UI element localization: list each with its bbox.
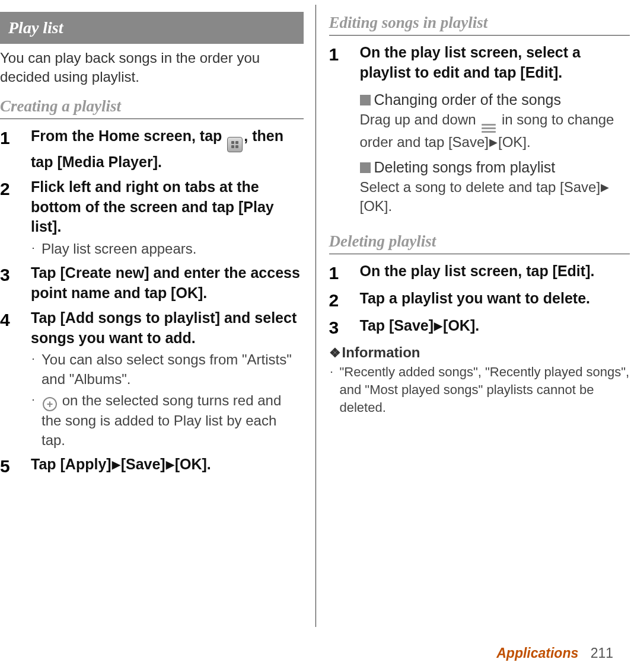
step-4: 4 Tap [Add songs to playlist] and select… — [0, 308, 304, 450]
bullet-dot-icon: ･ — [31, 391, 42, 450]
sub-body-text: [OK]. — [360, 198, 393, 214]
step-title: Tap [Add songs to playlist] and select s… — [31, 308, 304, 348]
step-title-part: [OK]. — [175, 456, 211, 472]
info-heading: ❖Information — [329, 343, 630, 362]
bullet-text: You can also select songs from "Artists"… — [42, 350, 304, 389]
step-title: Tap [Create new] and enter the access po… — [31, 263, 304, 303]
section-title-playlist: Play list — [0, 12, 304, 44]
subsection-body: Select a song to delete and tap [Save]▶[… — [360, 178, 630, 216]
drag-handles-icon — [482, 124, 496, 133]
step-title: Tap a playlist you want to delete. — [360, 289, 630, 309]
triangle-icon: ▶ — [489, 135, 498, 149]
bullet-item: ･ Play list screen appears. — [31, 239, 304, 258]
step-title: On the play list screen, select a playli… — [360, 43, 630, 83]
diamond-icon: ❖ — [329, 344, 341, 362]
subsection-body: Drag up and down in song to change order… — [360, 110, 630, 152]
deleting-step-1: 1 On the play list screen, tap [Edit]. — [329, 261, 630, 284]
step-2: 2 Flick left and right on tabs at the bo… — [0, 177, 304, 259]
bullet-dot-icon: ･ — [31, 350, 42, 389]
square-bullet-icon — [360, 95, 371, 105]
bullet-dot-icon: ･ — [31, 239, 42, 258]
bullet-item: ･ You can also select songs from "Artist… — [31, 350, 304, 389]
triangle-icon: ▶ — [434, 319, 442, 333]
step-title: On the play list screen, tap [Edit]. — [360, 261, 630, 281]
step-number: 2 — [329, 289, 360, 311]
step-title-part: [Save] — [121, 456, 165, 472]
step-5: 5 Tap [Apply]▶[Save]▶[OK]. — [0, 455, 304, 477]
sub-body-text: Select a song to delete and tap [Save] — [360, 179, 601, 195]
subsection-heading: Changing order of the songs — [360, 90, 630, 110]
subsection-heading: Deleting songs from playlist — [360, 158, 630, 178]
step-title: Flick left and right on tabs at the bott… — [31, 177, 304, 237]
step-title: Tap [Save]▶[OK]. — [360, 316, 630, 336]
page-footer: Applications 211 — [496, 644, 613, 663]
bullet-item: ･ + on the selected song turns red and t… — [31, 391, 304, 450]
deleting-step-2: 2 Tap a playlist you want to delete. — [329, 289, 630, 311]
intro-text: You can play back songs in the order you… — [0, 49, 304, 87]
subheading-deleting: Deleting playlist — [329, 231, 630, 254]
step-title: Tap [Apply]▶[Save]▶[OK]. — [31, 455, 304, 475]
bullet-text-content: on the selected song turns red and the s… — [42, 392, 281, 447]
step-title-part: Tap [Apply] — [31, 456, 111, 472]
bullet-dot-icon: ･ — [329, 363, 340, 416]
step-number: 4 — [0, 308, 31, 450]
step-number: 3 — [329, 316, 360, 338]
subheading-editing: Editing songs in playlist — [329, 12, 630, 36]
bullet-text: + on the selected song turns red and the… — [42, 391, 304, 450]
subsection-heading-text: Deleting songs from playlist — [374, 159, 556, 175]
step-number: 1 — [329, 261, 360, 284]
footer-section-label: Applications — [496, 645, 578, 661]
triangle-icon: ▶ — [112, 457, 120, 472]
step-title: From the Home screen, tap , then tap [Me… — [31, 126, 304, 172]
info-bullet-text: "Recently added songs", "Recently played… — [340, 363, 630, 416]
circle-plus-icon: + — [43, 397, 57, 411]
sub-body-text: [OK]. — [498, 134, 531, 150]
apps-grid-icon — [227, 137, 243, 152]
step-number: 1 — [0, 126, 31, 172]
info-bullet: ･ "Recently added songs", "Recently play… — [329, 363, 630, 416]
bullet-text: Play list screen appears. — [42, 239, 304, 258]
step-number: 2 — [0, 177, 31, 259]
deleting-step-3: 3 Tap [Save]▶[OK]. — [329, 316, 630, 338]
square-bullet-icon — [360, 162, 371, 173]
step-title-part: [OK]. — [443, 317, 479, 334]
step-title-text-a: From the Home screen, tap — [31, 127, 226, 144]
step-title-part: Tap [Save] — [360, 317, 434, 334]
info-heading-text: Information — [342, 344, 420, 360]
sub-body-text: Drag up and down — [360, 111, 480, 127]
step-3: 3 Tap [Create new] and enter the access … — [0, 263, 304, 303]
left-column: Play list You can play back songs in the… — [0, 0, 316, 628]
step-number: 3 — [0, 263, 31, 303]
footer-page-number: 211 — [591, 645, 613, 661]
editing-step-1: 1 On the play list screen, select a play… — [329, 43, 630, 222]
right-column: Editing songs in playlist 1 On the play … — [316, 0, 632, 628]
step-1: 1 From the Home screen, tap , then tap [… — [0, 126, 304, 172]
subheading-creating: Creating a playlist — [0, 95, 304, 119]
step-number: 5 — [0, 455, 31, 477]
triangle-icon: ▶ — [601, 180, 609, 194]
step-number: 1 — [329, 43, 360, 222]
triangle-icon: ▶ — [166, 457, 174, 472]
subsection-heading-text: Changing order of the songs — [374, 91, 562, 108]
